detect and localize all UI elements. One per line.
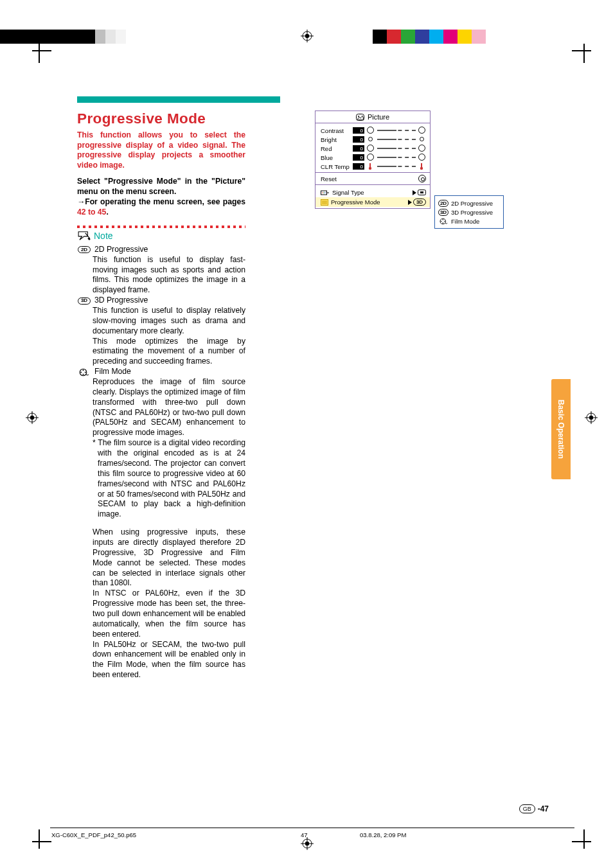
progressive-mode-options: 2D 2D Progressive 3D 3D Progressive Film… [434, 195, 504, 229]
footer-datetime: 03.8.28, 2:09 PM [360, 831, 406, 838]
crop-mark-icon [565, 50, 585, 69]
svg-point-17 [85, 371, 86, 373]
printer-color-bars-right [373, 30, 486, 46]
arrow-right-icon: → [77, 197, 85, 206]
svg-point-15 [83, 373, 84, 375]
section-rule [77, 96, 280, 103]
arrow-right-icon [408, 200, 412, 205]
mode-3d-heading: 3D 3D Progressive [77, 296, 245, 306]
signal-type-icon [321, 190, 330, 196]
page-reference: 42 to 45 [77, 208, 106, 217]
note-divider [77, 224, 245, 229]
osd-row-bright: Bright 0 [321, 135, 426, 144]
note-para3: In NTSC or PAL60Hz, even if the 3D Progr… [93, 589, 245, 639]
crop-mark-icon [565, 823, 585, 842]
svg-point-35 [440, 220, 441, 222]
osd-row-contrast: Contrast 0 [321, 126, 426, 135]
svg-point-19 [358, 116, 359, 117]
osd-row-clrtemp: CLR Temp 0 [321, 162, 426, 171]
mode-3d-body1: This function is useful to display relat… [93, 306, 245, 337]
svg-point-34 [442, 222, 443, 224]
thermometer-icon [418, 163, 426, 170]
instruction-block: Select "Progressive Mode" in the "Pictur… [77, 177, 245, 217]
registration-mark-icon [585, 411, 598, 427]
osd-row-blue: Blue 0 [321, 153, 426, 162]
film-reel-icon [77, 368, 91, 376]
mode-2d-title: 2D Progressive [94, 245, 148, 255]
reset-icon [418, 175, 426, 182]
thermometer-icon [367, 163, 375, 170]
page-number: GB -47 [519, 804, 549, 813]
osd-row-progressive-mode: Progressive Mode 3D [315, 197, 430, 207]
svg-point-21 [420, 167, 423, 170]
mode-film-body: Reproduces the image of film source clea… [93, 377, 245, 438]
option-2d-progressive: 2D 2D Progressive [438, 199, 500, 208]
osd-title: Picture [315, 111, 430, 123]
svg-rect-27 [420, 191, 423, 193]
svg-point-23 [322, 192, 323, 193]
arrow-right-icon [413, 190, 416, 195]
language-badge: GB [519, 804, 535, 813]
intro-text: This function allows you to select the p… [77, 130, 245, 170]
note-icon [77, 231, 91, 241]
note-label-text: Note [94, 231, 113, 241]
crop-mark-icon [39, 50, 58, 69]
svg-point-25 [324, 192, 326, 193]
registration-mark-icon [26, 411, 39, 427]
instruction-line2c: . [106, 208, 108, 217]
mode-3d-title: 3D Progressive [94, 296, 148, 306]
option-film-mode: Film Mode [438, 217, 500, 226]
svg-point-24 [323, 192, 324, 193]
monitor-icon [418, 190, 426, 196]
svg-point-20 [369, 167, 371, 170]
osd-row-signal-type: Signal Type [321, 188, 426, 197]
note-para4: In PAL50Hz or SECAM, the two-two pull do… [93, 640, 245, 680]
osd-row-red: Red 0 [321, 144, 426, 153]
progressive-icon [321, 199, 328, 206]
mode-film-heading: Film Mode [77, 367, 245, 377]
picture-icon [356, 114, 364, 121]
instruction-line2a: For operating the menu screen, see pages [85, 197, 245, 206]
footer-rule [50, 828, 574, 828]
mode-film-footnote: * The film source is a digital video rec… [93, 438, 245, 520]
registration-mark-icon [301, 30, 314, 42]
film-reel-icon [438, 218, 449, 225]
option-3d-progressive: 3D 3D Progressive [438, 208, 500, 217]
osd-row-reset: Reset [315, 173, 430, 184]
page-number-value: -47 [538, 804, 549, 813]
registration-mark-icon [301, 837, 314, 853]
svg-point-36 [444, 220, 445, 222]
badge-2d-icon: 2D [438, 200, 449, 207]
footer-filename: XG-C60X_E_PDF_p42_50.p65 [51, 831, 136, 838]
mode-2d-body: This function is useful to display fast-… [93, 255, 245, 296]
badge-3d-icon: 3D [413, 199, 426, 206]
instruction-line1: Select "Progressive Mode" in the "Pictur… [77, 177, 245, 196]
osd-picture-menu: Picture Contrast 0 Bright 0 Red 0 Blue 0… [315, 111, 431, 209]
svg-point-16 [80, 371, 82, 373]
section-tab: Basic Operation [551, 379, 571, 479]
mode-3d-body2: This mode optimizes the image by estimat… [93, 337, 245, 368]
page-heading: Progressive Mode [77, 111, 245, 127]
mode-film-title: Film Mode [94, 367, 131, 377]
svg-point-14 [83, 369, 84, 371]
mode-2d-heading: 2D 2D Progressive [77, 245, 245, 255]
svg-point-33 [442, 219, 443, 220]
badge-3d-icon: 3D [438, 209, 449, 216]
note-label: Note [77, 231, 245, 241]
note-para2: When using progressive inputs, these inp… [93, 527, 245, 589]
badge-3d-icon: 3D [77, 297, 91, 305]
badge-2d-icon: 2D [77, 245, 91, 254]
